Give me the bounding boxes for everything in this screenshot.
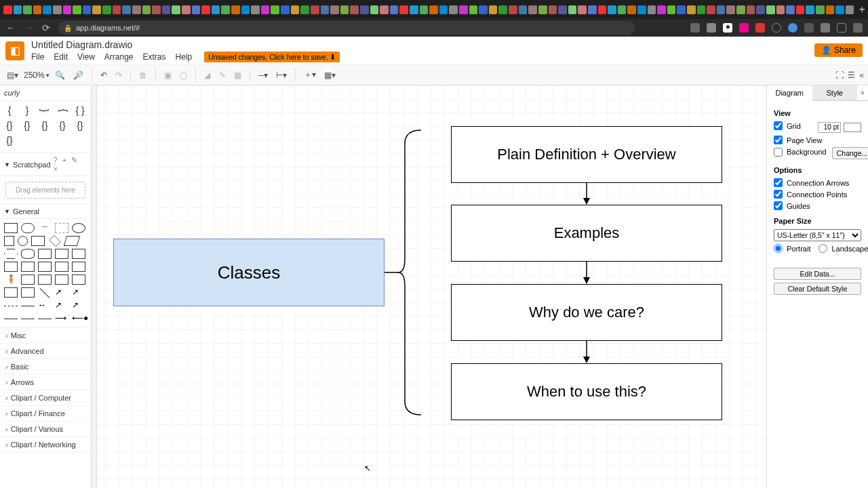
browser-tab[interactable] — [667, 5, 676, 14]
browser-tab[interactable] — [201, 5, 210, 14]
shape-rect[interactable] — [4, 223, 18, 233]
shape-dashed[interactable] — [4, 306, 18, 306]
browser-tab[interactable] — [717, 5, 726, 14]
menu-extras[interactable]: Extras — [143, 52, 166, 62]
shape-diamond[interactable] — [49, 235, 60, 247]
shape-line[interactable] — [38, 319, 52, 319]
browser-tab[interactable] — [519, 5, 528, 14]
browser-tab[interactable] — [578, 5, 587, 14]
shape-process[interactable] — [31, 236, 45, 246]
browser-tab[interactable] — [271, 5, 279, 14]
undo-icon[interactable]: ↶ — [98, 69, 110, 81]
browser-tab[interactable] — [439, 5, 448, 14]
browser-tab[interactable] — [212, 5, 220, 14]
browser-tab[interactable] — [498, 5, 507, 14]
browser-tab[interactable] — [766, 5, 775, 14]
browser-tab[interactable] — [449, 5, 458, 14]
shape-conn[interactable]: ⟶ — [55, 313, 68, 323]
general-header[interactable]: ▼General — [0, 205, 91, 219]
grid-size-input[interactable] — [818, 122, 841, 133]
node-classes[interactable]: Classes — [113, 239, 384, 306]
browser-tab[interactable] — [756, 5, 765, 14]
shape-parallelogram[interactable] — [64, 236, 80, 246]
browser-tab[interactable] — [14, 5, 22, 14]
shape-cylinder[interactable] — [21, 249, 35, 259]
node-examples[interactable]: Examples — [451, 205, 722, 262]
browser-tab[interactable] — [687, 5, 696, 14]
new-tab-button[interactable]: + — [859, 3, 865, 16]
brace-shape[interactable]: {} — [3, 120, 16, 131]
browser-tab[interactable] — [608, 5, 616, 14]
to-back-icon[interactable]: ▢ — [177, 69, 190, 81]
browser-tab[interactable] — [152, 5, 161, 14]
shape-hexagon[interactable] — [4, 249, 18, 259]
sidebar-toggle-icon[interactable]: ▤▾ — [4, 69, 21, 81]
browser-tab[interactable] — [558, 5, 567, 14]
shape[interactable] — [21, 262, 35, 272]
grid-checkbox[interactable]: Grid — [774, 121, 801, 130]
browser-tab[interactable] — [113, 5, 121, 14]
browser-tab[interactable] — [637, 5, 646, 14]
format-panel-icon[interactable]: ☰ — [848, 70, 855, 80]
browser-tab[interactable] — [736, 5, 745, 14]
shape-arrow[interactable]: ↗ — [55, 300, 68, 310]
ext-icon[interactable] — [788, 23, 797, 33]
shape[interactable] — [4, 287, 18, 298]
browser-tab[interactable] — [63, 5, 72, 14]
browser-tab[interactable] — [321, 5, 330, 14]
shape[interactable] — [4, 262, 18, 272]
browser-tab[interactable] — [835, 5, 844, 14]
brace-shape[interactable]: {} — [20, 120, 34, 131]
browser-tab[interactable] — [806, 5, 814, 14]
shape[interactable] — [55, 249, 68, 259]
shape-ellipse[interactable] — [72, 223, 85, 233]
category-item[interactable]: Basic — [0, 359, 91, 375]
browser-tab[interactable] — [360, 5, 369, 14]
browser-tab[interactable] — [33, 5, 42, 14]
browser-tab[interactable] — [311, 5, 319, 14]
tab-diagram[interactable]: Diagram — [767, 85, 812, 101]
menu-view[interactable]: View — [77, 52, 95, 62]
shape-line[interactable] — [40, 288, 50, 298]
browser-tab[interactable] — [697, 5, 706, 14]
browser-tab[interactable] — [410, 5, 418, 14]
insert-icon[interactable]: ＋▾ — [301, 68, 319, 82]
brace-shape[interactable]: {} — [56, 120, 69, 131]
category-item[interactable]: Clipart / Computer — [0, 390, 91, 406]
brace-shape[interactable]: { } — [73, 105, 87, 116]
browser-tab[interactable] — [132, 5, 141, 14]
shape-rounded[interactable] — [21, 223, 35, 233]
browser-tab[interactable] — [726, 5, 735, 14]
brace-shape[interactable]: } — [39, 104, 50, 117]
menu-help[interactable]: Help — [176, 52, 193, 62]
browser-tab[interactable] — [549, 5, 557, 14]
url-bar[interactable]: 🔒 app.diagrams.net/# — [58, 21, 635, 35]
browser-tab[interactable] — [509, 5, 517, 14]
shape[interactable] — [38, 249, 52, 259]
browser-tab[interactable] — [221, 5, 230, 14]
brace-shape[interactable]: {} — [38, 120, 52, 131]
browser-tab[interactable] — [489, 5, 498, 14]
browser-tab[interactable] — [281, 5, 290, 14]
ext-icon[interactable] — [755, 23, 765, 33]
browser-tab[interactable] — [23, 5, 32, 14]
shape-actor[interactable]: 🧍 — [4, 274, 18, 285]
ext-icon[interactable] — [690, 23, 700, 33]
ext-icon[interactable] — [707, 23, 716, 33]
browser-tab[interactable] — [162, 5, 171, 14]
forward-icon[interactable]: → — [23, 22, 34, 33]
shape-square[interactable] — [4, 236, 14, 246]
browser-tab[interactable] — [122, 5, 131, 14]
browser-tab[interactable] — [598, 5, 607, 14]
ext-icon[interactable] — [821, 23, 830, 33]
category-item[interactable]: Arrows — [0, 375, 91, 390]
fill-color-icon[interactable]: ◢ — [201, 69, 214, 81]
brace-shape[interactable]: {} — [3, 135, 16, 146]
shape-line[interactable] — [21, 306, 35, 306]
menu-edit[interactable]: Edit — [54, 52, 68, 62]
shape[interactable] — [72, 274, 85, 285]
shape-text[interactable]: ― — [38, 223, 52, 233]
collapse-icon[interactable]: « — [859, 70, 864, 80]
browser-tab[interactable] — [588, 5, 597, 14]
pageview-checkbox[interactable]: Page View — [774, 136, 861, 144]
